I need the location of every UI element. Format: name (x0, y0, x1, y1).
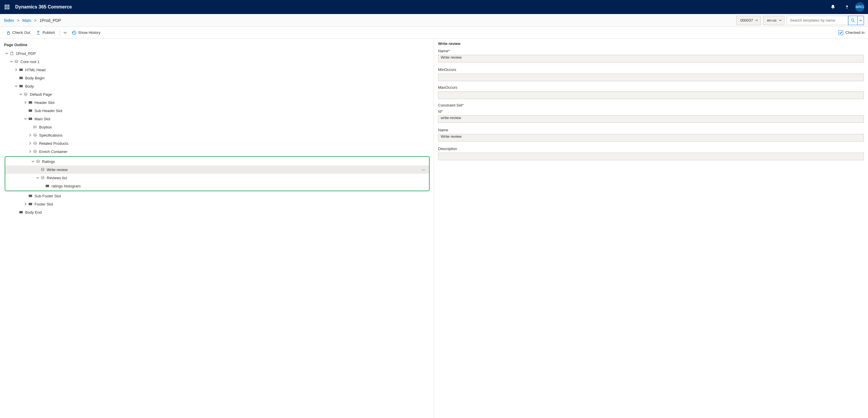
breadcrumb: fedev > Main > 1Prod_PDP (4, 18, 737, 23)
tree-row[interactable]: ratings histogram (5, 182, 429, 190)
svg-rect-20 (34, 126, 35, 128)
tree-label: Enrich Container (39, 149, 67, 154)
chev-none (14, 76, 18, 80)
tree-row[interactable]: Ratings (5, 157, 429, 166)
svg-rect-4 (6, 6, 8, 8)
tree-row[interactable]: Header Slot (2, 98, 431, 107)
command-bar: Check Out Publish Show History Checked i… (0, 27, 868, 38)
tree-row[interactable]: Main Slot (2, 115, 431, 123)
name-input[interactable] (438, 55, 864, 63)
slot-icon (28, 108, 33, 113)
minoccurs-label: MinOccurs (438, 67, 864, 72)
overflow-button[interactable] (62, 28, 68, 37)
module-icon (33, 149, 37, 154)
slot-icon (19, 210, 23, 214)
outline-pane: Page Outline 1Prod_PDPCore root 1HTML He… (0, 38, 434, 418)
desc-label: Description (438, 146, 864, 151)
outline-title: Page Outline (0, 41, 434, 49)
chevron-right-icon[interactable] (28, 141, 32, 145)
tree-label: Buybox (39, 125, 52, 129)
tree-row[interactable]: Enrich Container (2, 147, 431, 155)
id-input[interactable] (438, 115, 864, 123)
breadcrumb-link-1[interactable]: Main (22, 18, 31, 23)
breadcrumb-sep: > (17, 18, 19, 23)
tree-row[interactable]: 1Prod_PDP (2, 49, 431, 58)
tree-row[interactable]: Sub Header Slot (2, 107, 431, 115)
svg-rect-3 (5, 6, 6, 8)
checked-in-checkbox[interactable] (838, 30, 843, 35)
tree-row[interactable]: Body (2, 82, 431, 90)
tree-row[interactable]: HTML Head (2, 66, 431, 74)
waffle-icon[interactable] (2, 2, 12, 12)
maxoccurs-input[interactable] (438, 91, 864, 99)
constraint-set-label: Constraint Set* (438, 103, 864, 107)
history-button[interactable]: Show History (69, 28, 103, 37)
svg-rect-14 (20, 69, 23, 71)
chevron-right-icon[interactable] (23, 202, 28, 206)
maxoccurs-label: MaxOccurs (438, 85, 864, 90)
tree-row[interactable]: Reviews list (5, 174, 429, 182)
locale-dropdown[interactable]: en-us (763, 16, 784, 25)
minoccurs-input[interactable] (438, 74, 864, 81)
tree-row[interactable]: Specifications (2, 131, 431, 139)
chevron-right-icon[interactable] (14, 68, 18, 72)
svg-rect-8 (8, 8, 9, 9)
tree-row[interactable]: Write review⋯ (5, 166, 429, 174)
tree-row[interactable]: Related Products (2, 139, 431, 147)
slot-icon (45, 184, 50, 188)
chevron-down-icon[interactable] (9, 60, 13, 64)
chevron-right-icon[interactable] (23, 100, 28, 104)
desc-input[interactable] (438, 153, 864, 160)
chevron-down-icon[interactable] (36, 176, 40, 180)
checked-in-label: Checked in (845, 30, 865, 35)
chevron-down-icon[interactable] (5, 51, 9, 56)
svg-rect-0 (5, 5, 6, 6)
search-button[interactable] (848, 16, 858, 25)
slot-icon (19, 76, 23, 80)
divider (60, 30, 60, 36)
tree-row[interactable]: Default Page (2, 90, 431, 98)
tree-label: Related Products (39, 141, 68, 146)
site-id-dropdown[interactable]: 000037 (737, 16, 761, 25)
tree-row[interactable]: Core root 1 (2, 58, 431, 66)
svg-rect-24 (46, 185, 49, 187)
tree-label: Core root 1 (21, 60, 39, 64)
chevron-right-icon[interactable] (28, 133, 32, 137)
tree-row[interactable]: Body Begin (2, 74, 431, 82)
notification-icon[interactable] (827, 0, 839, 14)
chevron-down-icon[interactable] (23, 117, 28, 121)
search-input[interactable] (787, 16, 848, 25)
chevron-down-icon[interactable] (19, 92, 23, 96)
chevron-down-icon[interactable] (14, 84, 18, 88)
svg-rect-12 (7, 32, 10, 34)
chevron-down-icon (779, 18, 782, 23)
help-icon[interactable] (841, 0, 853, 14)
module-icon (33, 141, 37, 146)
module-icon (36, 159, 40, 164)
chevron-down-icon[interactable] (31, 160, 35, 164)
top-nav-bar: Dynamics 365 Commerce MRG (0, 0, 868, 14)
svg-rect-5 (8, 6, 9, 8)
svg-rect-2 (8, 5, 9, 6)
tree-label: Header Slot (34, 100, 55, 105)
chevron-right-icon[interactable] (28, 149, 32, 153)
tree-row[interactable]: Body End (2, 208, 431, 216)
tree-row[interactable]: Buybox (2, 123, 431, 131)
buybox-icon (33, 125, 37, 129)
chev-none (36, 168, 40, 172)
tree-label: Footer Slot (34, 202, 53, 206)
slot-icon (28, 202, 33, 206)
tree-label: Write review (47, 168, 67, 172)
checkout-button[interactable]: Check Out (3, 28, 32, 37)
user-avatar[interactable]: MRG (855, 2, 865, 12)
publish-button[interactable]: Publish (34, 28, 57, 37)
svg-rect-27 (20, 211, 23, 213)
tree-row[interactable]: Sub Footer Slot (2, 192, 431, 200)
tree-label: Sub Header Slot (34, 109, 62, 113)
breadcrumb-link-0[interactable]: fedev (4, 18, 14, 23)
search-split-button[interactable] (858, 16, 864, 25)
tree-row[interactable]: Footer Slot (2, 200, 431, 208)
more-icon[interactable]: ⋯ (420, 167, 426, 173)
name2-input[interactable] (438, 134, 864, 142)
history-label: Show History (78, 30, 100, 35)
